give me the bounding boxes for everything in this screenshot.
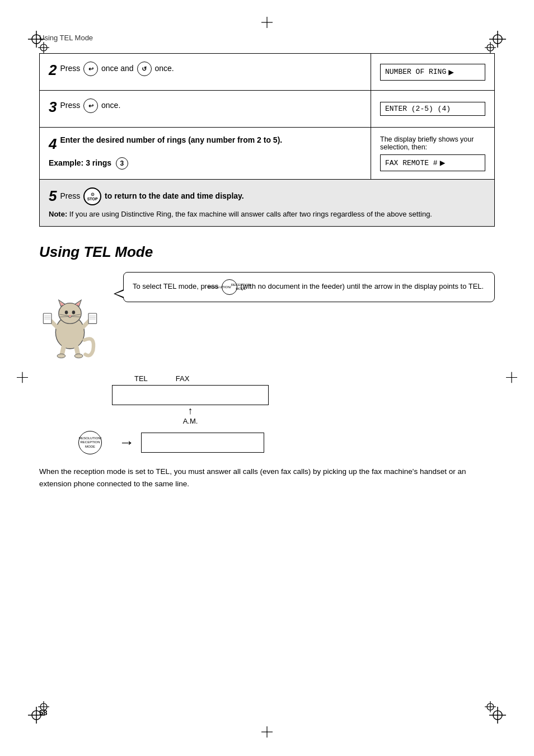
step-5-note: Note: If you are using Distinctive Ring,… — [49, 210, 485, 218]
step-5-end: to return to the date and time display. — [105, 191, 244, 200]
cross-br — [485, 701, 496, 714]
bottom-area: RESOLUTION/RECEPTION MODE → — [78, 431, 495, 454]
step-5-content: 5 Press ⊙ STOP to return to the date and… — [40, 180, 494, 226]
step-4-display-text: FAX REMOTE # — [385, 159, 438, 167]
step-3-text: Press ↩ once. — [60, 98, 120, 113]
bubble-text-2: (with no document in the feeder) until t… — [240, 282, 484, 290]
section-title: Using TEL Mode — [39, 243, 495, 261]
step-2-display-text: NUMBER OF RING — [385, 68, 446, 76]
step-2-right: NUMBER OF RING ▶ — [371, 54, 494, 90]
step-2-text: Press ↩ once and ↺ once. — [60, 62, 174, 76]
step-2-row: 2 Press ↩ once and ↺ once. NUMBER OF RIN… — [40, 54, 494, 91]
step-5-note-text: If you are using Distinctive Ring, the f… — [69, 210, 432, 218]
step-2-number: 2 — [49, 62, 57, 79]
page-header: Using TEL Mode — [39, 34, 495, 42]
fax-cat-illustration — [39, 278, 112, 363]
tel-fax-display-box — [112, 385, 269, 405]
step-4-row: 4 Enter the desired number of rings (any… — [40, 128, 494, 180]
bubble-text-1: To select TEL mode, press — [133, 282, 218, 290]
cross-top — [261, 17, 273, 30]
step-4-display: FAX REMOTE # ▶ — [380, 154, 485, 171]
fax-label: FAX — [176, 374, 190, 383]
step-4-bold: Enter the desired number of rings (any n… — [60, 135, 282, 144]
resolution-btn-bubble: RESOLUTION/RECEPTION MODE — [222, 279, 237, 295]
step-3-display-text: ENTER (2-5) (4) — [385, 105, 451, 113]
step-4-small-text: The display briefly shows your selection… — [380, 135, 485, 151]
step-3-number: 3 — [49, 98, 57, 116]
step-2-left: 2 Press ↩ once and ↺ once. — [40, 54, 371, 90]
step-3-display: ENTER (2-5) (4) — [380, 102, 485, 116]
header-text: Using TEL Mode — [39, 34, 93, 42]
step-4-left: 4 Enter the desired number of rings (any… — [40, 128, 371, 179]
description-text: When the reception mode is set to TEL, y… — [39, 466, 495, 490]
step-4-display-arrow: ▶ — [440, 157, 446, 168]
stop-button: ⊙ STOP — [83, 187, 101, 205]
step-4-right: The display briefly shows your selection… — [371, 128, 494, 179]
example-circle-3: 3 — [116, 157, 128, 170]
step-3-left: 3 Press ↩ once. — [40, 91, 371, 127]
example-label: Example: 3 rings — [49, 158, 111, 167]
step-4-text: Enter the desired number of rings (any n… — [60, 135, 282, 144]
cross-right — [506, 372, 517, 384]
svg-rect-51 — [88, 313, 97, 323]
tel-fax-display-area: TEL FAX ↑ A.M. — [112, 374, 495, 425]
display-box-result — [141, 433, 264, 453]
cross-tl — [38, 42, 49, 55]
step-4-example: Example: 3 rings 3 — [49, 157, 362, 170]
page-number: 58 — [39, 708, 47, 717]
resolution-button-large: RESOLUTION/RECEPTION MODE — [78, 431, 102, 454]
step-2-display-arrow: ▶ — [448, 67, 454, 78]
step-3-right: ENTER (2-5) (4) — [371, 91, 494, 127]
tel-label: TEL — [134, 374, 148, 383]
step-5-text: Press ⊙ STOP to return to the date and t… — [60, 187, 243, 205]
cross-tr — [485, 42, 496, 55]
press-button-3: ↩ — [83, 98, 98, 113]
svg-point-38 — [65, 311, 68, 314]
step-4-number: 4 — [49, 135, 57, 153]
speech-bubble: To select TEL mode, press RESOLUTION/REC… — [123, 272, 495, 302]
tel-fax-labels: TEL FAX — [112, 374, 495, 383]
step-3-row: 3 Press ↩ once. ENTER (2-5) (4) — [40, 91, 494, 128]
svg-point-33 — [59, 303, 81, 324]
svg-point-40 — [69, 315, 71, 317]
press-button-2b: ↺ — [137, 62, 152, 76]
svg-point-57 — [57, 354, 65, 358]
svg-point-39 — [72, 311, 75, 314]
fax-cat-svg — [39, 278, 101, 361]
svg-point-58 — [74, 354, 83, 358]
page: Using TEL Mode 2 Press ↩ once and ↺ once… — [0, 0, 534, 756]
am-label: A.M. — [112, 417, 269, 425]
cross-left — [17, 372, 28, 384]
steps-table: 2 Press ↩ once and ↺ once. NUMBER OF RIN… — [39, 53, 495, 227]
svg-rect-47 — [43, 313, 51, 323]
step-2-display: NUMBER OF RING ▶ — [380, 64, 485, 81]
resolution-btn-container: RESOLUTION/RECEPTION MODE — [78, 431, 107, 454]
arrow-up: ↑ — [112, 405, 269, 417]
step-5-number: 5 — [49, 187, 57, 205]
right-arrow: → — [119, 434, 134, 452]
step-5-row: 5 Press ⊙ STOP to return to the date and… — [40, 180, 494, 226]
press-button-2a: ↩ — [83, 62, 98, 76]
cross-bottom — [261, 726, 273, 739]
tel-mode-area: To select TEL mode, press RESOLUTION/REC… — [39, 272, 495, 363]
